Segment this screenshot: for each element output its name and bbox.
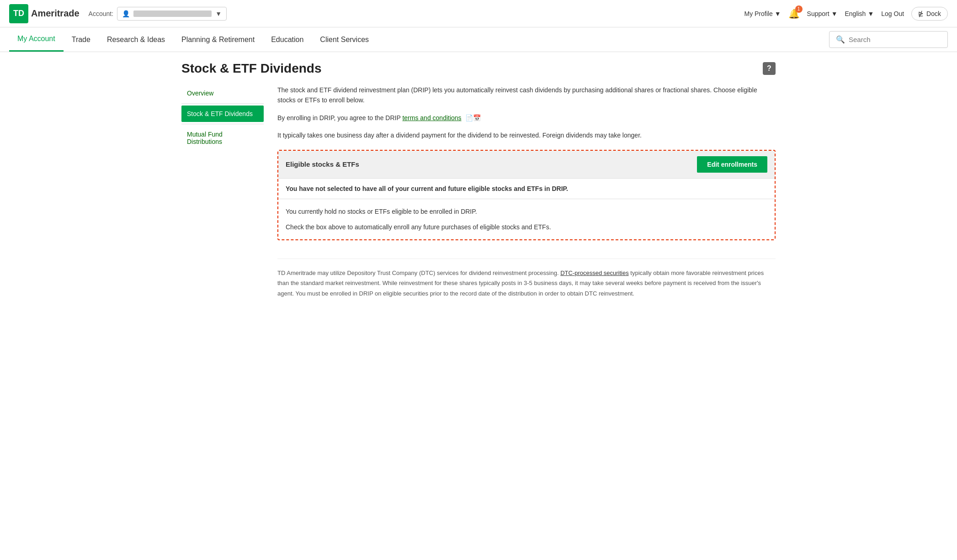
account-dropdown[interactable]: 👤 ▼ — [117, 7, 227, 21]
intro-para1: The stock and ETF dividend reinvestment … — [277, 85, 776, 106]
page-title: Stock & ETF Dividends — [181, 61, 322, 76]
sidebar-divider — [181, 103, 264, 104]
eligible-header: Eligible stocks & ETFs Edit enrollments — [278, 151, 775, 179]
account-value — [133, 11, 212, 17]
sidebar-divider — [181, 124, 264, 124]
eligible-body-line1: You currently hold no stocks or ETFs eli… — [286, 206, 767, 217]
nav-item-my-account[interactable]: My Account — [9, 27, 64, 52]
person-icon: 👤 — [122, 10, 130, 17]
logo-area: TD Ameritrade — [9, 4, 80, 23]
nav-item-planning-retirement[interactable]: Planning & Retirement — [173, 28, 263, 51]
td-logo: TD — [9, 4, 28, 23]
content-layout: Overview Stock & ETF Dividends Mutual Fu… — [181, 85, 776, 299]
sidebar-item-overview[interactable]: Overview — [181, 85, 264, 101]
language-label: English — [845, 10, 866, 17]
edit-enrollments-button[interactable]: Edit enrollments — [697, 156, 767, 173]
dock-label: Dock — [926, 10, 941, 17]
logout-button[interactable]: Log Out — [881, 10, 904, 17]
help-icon[interactable]: ? — [763, 62, 776, 75]
intro-para3: It typically takes one business day afte… — [277, 130, 776, 140]
logout-label: Log Out — [881, 10, 904, 17]
eligible-body: You currently hold no stocks or ETFs eli… — [278, 199, 775, 240]
eligible-warning: You have not selected to have all of you… — [278, 179, 775, 199]
my-profile-button[interactable]: My Profile ▼ — [744, 10, 781, 17]
footer-disclaimer: TD Ameritrade may utilize Depository Tru… — [277, 259, 776, 298]
search-icon: 🔍 — [836, 35, 845, 44]
account-selector: Account: 👤 ▼ — [89, 7, 227, 21]
brand-name: Ameritrade — [31, 8, 80, 19]
terms-link[interactable]: terms and conditions — [402, 114, 461, 122]
nav-item-education[interactable]: Education — [263, 28, 312, 51]
intro-para2: By enrolling in DRIP, you agree to the D… — [277, 113, 776, 123]
account-label: Account: — [89, 10, 113, 17]
my-profile-label: My Profile — [744, 10, 772, 17]
dock-icon: ⋭ — [918, 10, 924, 17]
nav-search[interactable]: 🔍 — [829, 31, 948, 48]
notification-badge: 1 — [795, 5, 803, 13]
notification-bell[interactable]: 🔔 1 — [788, 8, 800, 19]
content-area: The stock and ETF dividend reinvestment … — [277, 85, 776, 299]
pdf-icon: 📄📅 — [465, 113, 481, 123]
chevron-down-icon: ▼ — [867, 10, 874, 17]
eligible-body-line2: Check the box above to automatically enr… — [286, 222, 767, 232]
support-button[interactable]: Support ▼ — [807, 10, 838, 17]
header: TD Ameritrade Account: 👤 ▼ My Profile ▼ … — [0, 0, 957, 27]
footer-prefix: TD Ameritrade may utilize Depository Tru… — [277, 269, 560, 276]
page-title-row: Stock & ETF Dividends ? — [181, 61, 776, 76]
sidebar-item-mutual-fund[interactable]: Mutual Fund Distributions — [181, 126, 264, 150]
nav-item-trade[interactable]: Trade — [64, 28, 99, 51]
support-label: Support — [807, 10, 829, 17]
eligible-title: Eligible stocks & ETFs — [286, 160, 359, 168]
eligible-box: Eligible stocks & ETFs Edit enrollments … — [277, 150, 776, 241]
language-button[interactable]: English ▼ — [845, 10, 874, 17]
dtc-link[interactable]: DTC-processed securities — [560, 269, 629, 276]
nav-bar: My Account Trade Research & Ideas Planni… — [0, 27, 957, 52]
chevron-down-icon: ▼ — [215, 10, 222, 17]
nav-item-client-services[interactable]: Client Services — [312, 28, 377, 51]
sidebar: Overview Stock & ETF Dividends Mutual Fu… — [181, 85, 264, 299]
chevron-down-icon: ▼ — [775, 10, 781, 17]
header-right: My Profile ▼ 🔔 1 Support ▼ English ▼ Log… — [744, 7, 948, 21]
dock-button[interactable]: ⋭ Dock — [911, 7, 948, 21]
intro-para2-prefix: By enrolling in DRIP, you agree to the D… — [277, 114, 402, 122]
search-input[interactable] — [849, 36, 941, 43]
nav-item-research-ideas[interactable]: Research & Ideas — [99, 28, 173, 51]
sidebar-item-stock-etf-dividends[interactable]: Stock & ETF Dividends — [181, 106, 264, 122]
chevron-down-icon: ▼ — [831, 10, 838, 17]
main-content: Stock & ETF Dividends ? Overview Stock &… — [168, 52, 789, 308]
